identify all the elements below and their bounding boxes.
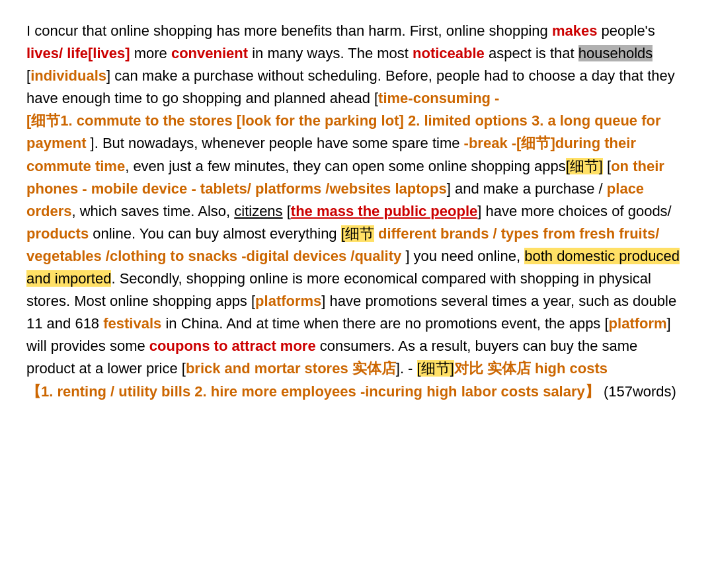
essay-paragraph: I concur that online shopping has more b… (26, 20, 688, 403)
text-8: , even just a few minutes, they can open… (125, 158, 566, 174)
text-9: [ (603, 158, 611, 174)
word-citizens: citizens (234, 203, 282, 219)
text-11: , which saves time. Also, (71, 203, 234, 219)
phrase-xijie-label2: [细节] (516, 135, 555, 151)
word-platforms: platforms (255, 293, 321, 309)
word-noticeable: noticeable (413, 45, 485, 61)
phrase-break: -break - (464, 135, 516, 151)
phrase-coupons: coupons to attract more (149, 338, 316, 354)
word-festivals: festivals (103, 315, 161, 332)
text-18: in China. And at time when there are no … (161, 315, 608, 332)
phrase-xijie-label5: [细节] (417, 360, 454, 377)
phrase-brick-mortar: brick and mortar stores 实体店 (186, 360, 396, 377)
text-7: ]. But nowadays, whenever people have so… (86, 135, 463, 151)
text-1: people's (597, 22, 654, 39)
word-lives-life: lives/ life[lives] (26, 45, 130, 61)
text-intro: I concur that online shopping has more b… (26, 22, 552, 39)
main-content: I concur that online shopping has more b… (26, 20, 688, 403)
word-individuals: individuals (30, 67, 106, 84)
text-4: aspect is that (485, 45, 578, 61)
phrase-compare-stores: 对比 实体店 high costs (454, 360, 608, 377)
text-2: more (130, 45, 171, 61)
word-households: households (578, 45, 653, 61)
text-13: ] have more choices of goods/ (477, 203, 672, 219)
word-convenient: convenient (171, 45, 248, 61)
phrase-xijie-label4: [细节 (341, 225, 374, 242)
word-platform: platform (609, 315, 667, 332)
text-14: online. You can buy almost everything (89, 225, 341, 242)
word-makes: makes (552, 22, 598, 39)
text-6: ] can make a purchase without scheduling… (26, 67, 675, 106)
text-15: ] you need online, (401, 248, 524, 264)
text-12: [ (283, 203, 291, 219)
word-xijie-label3: [细节] (566, 158, 603, 174)
phrase-mass-public: the mass the public people (291, 203, 477, 219)
text-3: in many ways. The most (248, 45, 413, 61)
word-count-label: (157words) (604, 383, 676, 400)
phrase-list-costs: 【1. renting / utility bills 2. hire more… (26, 383, 600, 400)
word-products: products (26, 225, 89, 242)
text-21: ]. - (396, 360, 417, 377)
phrase-xijie-label1: [细节 (26, 112, 60, 129)
phrase-time-consuming: time-consuming - (378, 90, 499, 106)
text-10: ] and make a purchase / (447, 180, 607, 197)
